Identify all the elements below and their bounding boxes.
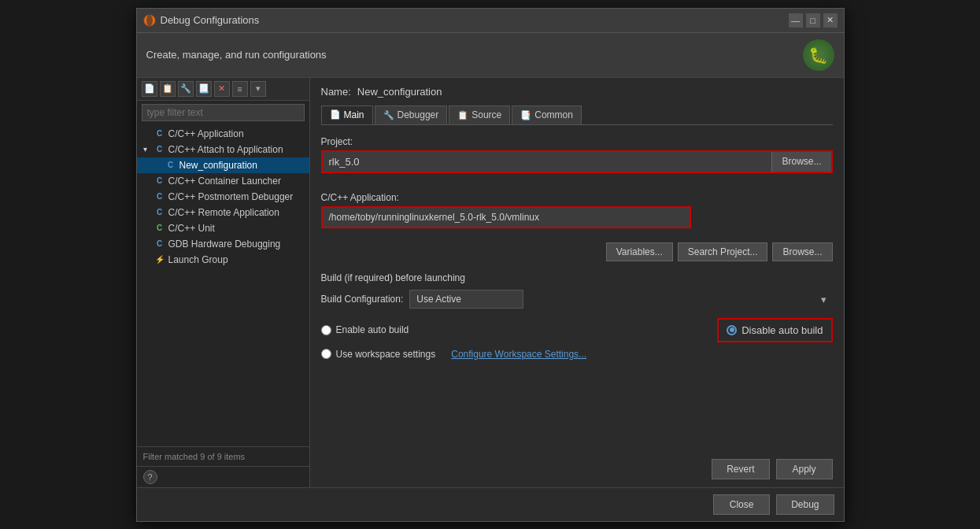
- name-label: Name:: [321, 86, 351, 98]
- sidebar-item-gdb-hardware[interactable]: C GDB Hardware Debugging: [137, 236, 309, 252]
- enable-auto-build-label: Enable auto build: [336, 324, 409, 335]
- sidebar-item-new-configuration[interactable]: C New_configuration: [137, 157, 309, 173]
- sidebar-item-label: C/C++ Application: [168, 128, 244, 139]
- tab-source-label: Source: [472, 109, 501, 120]
- tab-main-icon: 📄: [330, 109, 341, 120]
- sidebar-help-row: ?: [137, 466, 309, 487]
- launch-icon: ⚡: [154, 254, 165, 265]
- configure-workspace-link[interactable]: Configure Workspace Settings...: [451, 349, 586, 360]
- disable-radio-indicator: [727, 325, 737, 335]
- item-icon: C: [154, 207, 165, 218]
- item-icon: C: [154, 144, 165, 155]
- workspace-row: Use workspace settings Configure Workspa…: [321, 349, 833, 360]
- close-window-button[interactable]: ✕: [823, 13, 838, 28]
- tab-common-label: Common: [534, 109, 573, 120]
- duplicate-button[interactable]: 📋: [160, 81, 176, 97]
- project-label: Project:: [321, 136, 833, 147]
- sidebar-item-cpp-application[interactable]: C C/C++ Application: [137, 126, 309, 142]
- sidebar: 📄 📋 🔧 📃 ✕ ≡ ▾ C C/C++ Application: [137, 78, 310, 487]
- revert-apply-row: Revert Apply: [321, 443, 833, 479]
- tab-common-icon: 📑: [520, 110, 531, 120]
- disable-auto-build-box[interactable]: Disable auto build: [717, 318, 832, 342]
- sidebar-item-postmortem-debugger[interactable]: C C/C++ Postmortem Debugger: [137, 189, 309, 205]
- main-area: 📄 📋 🔧 📃 ✕ ≡ ▾ C C/C++ Application: [137, 78, 844, 487]
- disable-auto-build-label: Disable auto build: [741, 324, 823, 336]
- build-section-title: Build (if required) before launching: [321, 272, 833, 283]
- project-input-row: Browse...: [321, 150, 833, 173]
- tab-debugger[interactable]: 🔧 Debugger: [375, 105, 448, 124]
- debug-configurations-dialog: Debug Configurations — □ ✕ Create, manag…: [136, 8, 845, 522]
- arrow-icon: ▾: [143, 145, 151, 154]
- item-icon: C: [154, 176, 165, 187]
- project-browse-button[interactable]: Browse...: [771, 152, 830, 172]
- app-logo: 🐛: [803, 39, 834, 71]
- sidebar-item-label: GDB Hardware Debugging: [168, 239, 281, 250]
- revert-button[interactable]: Revert: [712, 459, 769, 479]
- build-config-select-wrapper: Use Active Disable auto build Enable aut…: [409, 290, 832, 309]
- maximize-button[interactable]: □: [806, 13, 820, 28]
- name-row: Name: New_configuration: [321, 86, 833, 98]
- build-config-select[interactable]: Use Active Disable auto build Enable aut…: [409, 290, 523, 309]
- new-config-button[interactable]: 📄: [142, 81, 157, 97]
- sidebar-item-cpp-unit[interactable]: C C/C++ Unit: [137, 220, 309, 236]
- export-button[interactable]: 🔧: [178, 81, 194, 97]
- tabs: 📄 Main 🔧 Debugger 📋 Source 📑 Common: [321, 105, 833, 125]
- build-section: Build (if required) before launching Bui…: [321, 272, 833, 360]
- item-icon: C: [154, 223, 165, 234]
- sidebar-item-launch-group[interactable]: ⚡ Launch Group: [137, 252, 309, 268]
- sidebar-item-label: C/C++ Unit: [168, 223, 215, 234]
- browse-app-button[interactable]: Browse...: [772, 242, 832, 261]
- sidebar-item-label: Launch Group: [168, 254, 228, 265]
- tab-common[interactable]: 📑 Common: [512, 105, 582, 124]
- subtitle-bar: Create, manage, and run configurations 🐛: [137, 33, 844, 78]
- delete-button[interactable]: ✕: [214, 81, 230, 97]
- enable-auto-build-radio[interactable]: Enable auto build: [321, 324, 409, 335]
- sidebar-item-label: New_configuration: [179, 160, 257, 171]
- tab-source-icon: 📋: [457, 110, 468, 120]
- sidebar-item-container-launcher[interactable]: C C/C++ Container Launcher: [137, 173, 309, 189]
- sidebar-item-remote-application[interactable]: C C/C++ Remote Application: [137, 205, 309, 220]
- close-button[interactable]: Close: [713, 494, 770, 515]
- sidebar-item-label: C/C++ Remote Application: [168, 207, 279, 218]
- filter-matched-text: Filter matched 9 of 9 items: [143, 452, 246, 461]
- import-button[interactable]: 📃: [196, 81, 212, 97]
- subtitle-text: Create, manage, and run configurations: [146, 49, 327, 61]
- apply-button[interactable]: Apply: [776, 459, 833, 479]
- item-icon: C: [154, 239, 165, 250]
- variables-button[interactable]: Variables...: [606, 242, 673, 261]
- eclipse-icon: [143, 14, 156, 27]
- radio-dot-inner: [730, 327, 734, 332]
- buttons-row: Variables... Search Project... Browse...: [321, 242, 833, 261]
- app-row: C/C++ Application: /home/toby/runninglin…: [321, 192, 833, 233]
- project-input[interactable]: [323, 152, 772, 172]
- collapse-button[interactable]: ▾: [250, 81, 266, 97]
- app-input[interactable]: /home/toby/runninglinuxkernel_5.0-rlk_5.…: [321, 206, 691, 228]
- search-project-button[interactable]: Search Project...: [678, 242, 768, 261]
- filter-button[interactable]: ≡: [232, 81, 248, 97]
- title-bar-left: Debug Configurations: [143, 14, 260, 27]
- sidebar-item-label: C/C++ Postmortem Debugger: [168, 191, 294, 202]
- app-label: C/C++ Application:: [321, 192, 833, 203]
- dialog-title: Debug Configurations: [161, 14, 260, 26]
- enable-radio-input[interactable]: [321, 325, 331, 335]
- workspace-radio-input[interactable]: [321, 349, 331, 359]
- item-icon: C: [154, 128, 165, 139]
- sidebar-item-cpp-attach[interactable]: ▾ C C/C++ Attach to Application: [137, 142, 309, 157]
- item-icon: C: [154, 191, 165, 202]
- sidebar-footer: Filter matched 9 of 9 items: [137, 446, 309, 466]
- filter-input[interactable]: [142, 104, 305, 121]
- tab-main[interactable]: 📄 Main: [321, 105, 373, 124]
- bottom-bar: Close Debug: [137, 487, 844, 521]
- tab-main-label: Main: [344, 109, 364, 120]
- help-button[interactable]: ?: [143, 470, 157, 484]
- use-workspace-radio[interactable]: Use workspace settings: [321, 349, 436, 360]
- tab-debugger-label: Debugger: [398, 109, 439, 120]
- sidebar-item-label: C/C++ Attach to Application: [168, 144, 283, 155]
- sidebar-item-label: C/C++ Container Launcher: [168, 176, 281, 187]
- tab-source[interactable]: 📋 Source: [449, 105, 510, 124]
- debug-button[interactable]: Debug: [776, 494, 834, 515]
- use-workspace-label: Use workspace settings: [336, 349, 436, 360]
- minimize-button[interactable]: —: [789, 13, 803, 28]
- project-row: Project: Browse...: [321, 136, 833, 183]
- title-bar-buttons: — □ ✕: [789, 13, 838, 28]
